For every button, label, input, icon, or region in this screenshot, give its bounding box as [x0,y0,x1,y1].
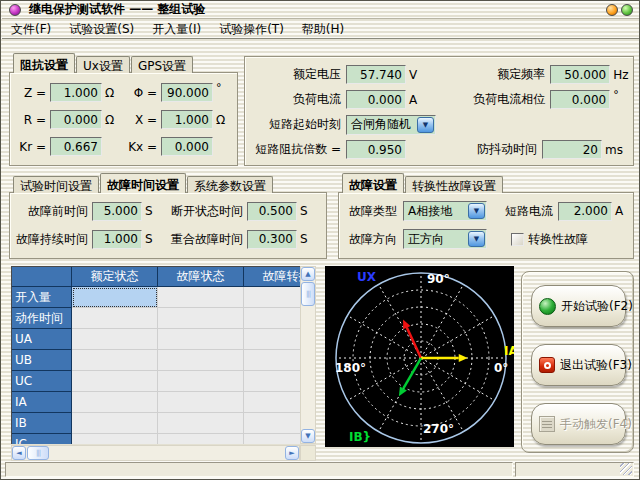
open-state-input[interactable] [247,202,297,221]
table-cell[interactable] [158,308,244,329]
convert-fault-checkbox[interactable] [511,233,524,246]
scroll-left-icon[interactable]: ◄ [12,446,26,460]
column-header-fault[interactable]: 故障状态 [158,267,244,287]
table-cell[interactable] [244,371,300,392]
resize-grip-icon[interactable] [620,463,632,475]
x-label: X = [125,113,157,127]
menu-test-settings[interactable]: 试验设置(S) [60,20,143,38]
menu-binary-input[interactable]: 开入量(I) [143,20,210,38]
load-current-input[interactable] [346,90,406,109]
tab-fault-settings[interactable]: 故障设置 [342,173,404,193]
vector-label-ib: IB} [349,430,371,444]
column-header-rated[interactable]: 额定状态 [72,267,158,287]
table-cell[interactable] [244,434,300,444]
title-bar[interactable]: 继电保护测试软件 —— 整组试验 [2,1,639,19]
exit-test-button[interactable]: 退出试验(F3) [531,344,626,386]
table-cell[interactable] [244,392,300,413]
tab-fault-time-settings[interactable]: 故障时间设置 [100,173,186,193]
tab-ux-settings[interactable]: Ux设置 [76,56,130,73]
z-input[interactable] [50,83,102,102]
rated-freq-unit: Hz [613,68,628,82]
start-icon [539,298,556,315]
row-header[interactable]: UB [12,350,72,371]
table-cell[interactable] [158,329,244,350]
table-cell[interactable] [72,371,158,392]
table-cell[interactable] [158,413,244,434]
r-unit: Ω [105,113,119,127]
scroll-right-icon[interactable]: ► [285,446,299,460]
scroll-down-icon[interactable]: ▼ [301,429,315,443]
load-phase-input[interactable] [550,90,610,109]
menu-help[interactable]: 帮助(H) [293,20,353,38]
scroll-up-icon[interactable]: ▲ [301,267,315,281]
prefault-unit: S [145,204,157,218]
phasor-svg [325,266,514,447]
table-cell[interactable] [72,434,158,444]
tab-impedance-settings[interactable]: 阻抗设置 [13,53,75,73]
fault-direction-select[interactable]: 正方向 ▼ [403,229,487,249]
table-cell[interactable] [72,413,158,434]
tab-convert-fault-settings[interactable]: 转换性故障设置 [405,176,503,193]
table-cell[interactable] [244,308,300,329]
short-current-input[interactable] [558,202,612,221]
table-cell[interactable] [244,287,300,308]
phi-input[interactable] [161,83,213,102]
statusbar-right [515,462,634,477]
prefault-input[interactable] [92,202,142,221]
impedance-mult-input[interactable] [346,140,406,159]
table-cell[interactable] [158,350,244,371]
table-cell[interactable] [72,350,158,371]
row-header[interactable]: UA [12,329,72,350]
rated-freq-input[interactable] [550,65,610,84]
timing-panel: 故障前时间 S 断开状态时间 S 故障持续时间 S 重合故障时间 S [9,192,327,259]
row-header[interactable]: UC [12,371,72,392]
table-horizontal-scrollbar[interactable]: ◄ ||| ► [11,445,300,461]
row-header[interactable]: 开入量 [12,287,72,308]
table-cell[interactable] [244,413,300,434]
start-test-label: 开始试验(F2) [561,298,633,315]
chevron-down-icon[interactable]: ▼ [468,203,485,219]
short-start-select[interactable]: 合闸角随机 ▼ [346,115,436,135]
chevron-down-icon[interactable]: ▼ [417,117,434,133]
minimize-icon[interactable] [606,4,618,16]
table-cell[interactable] [244,329,300,350]
x-input[interactable] [161,110,213,129]
start-test-button[interactable]: 开始试验(F2) [531,285,626,327]
row-header[interactable]: IC [12,434,72,444]
short-current-unit: A [615,204,623,218]
table-cell-selected[interactable] [72,287,158,308]
app-icon [9,4,21,16]
vertical-scroll-thumb[interactable]: ||| [301,282,315,306]
table-cell[interactable] [158,392,244,413]
fault-duration-input[interactable] [92,230,142,249]
reclose-fault-input[interactable] [247,230,297,249]
table-cell[interactable] [244,350,300,371]
debounce-input[interactable] [542,140,602,159]
column-header-convert[interactable]: 故障转换 [244,267,300,287]
table-cell[interactable] [158,371,244,392]
kr-input[interactable] [50,137,102,156]
close-icon[interactable] [621,4,633,16]
table-cell[interactable] [72,392,158,413]
fault-duration-label: 故障持续时间 [10,231,88,248]
row-header[interactable]: 动作时间 [12,308,72,329]
table-cell[interactable] [72,329,158,350]
row-header[interactable]: IB [12,413,72,434]
table-vertical-scrollbar[interactable]: ▲ ||| ▼ [300,266,316,444]
menu-test-operation[interactable]: 试验操作(T) [210,20,293,38]
table-cell[interactable] [158,287,244,308]
tab-system-param-settings[interactable]: 系统参数设置 [187,176,273,193]
chevron-down-icon[interactable]: ▼ [468,231,485,247]
horizontal-scroll-thumb[interactable]: ||| [27,446,49,460]
rated-voltage-input[interactable] [346,65,406,84]
r-input[interactable] [50,110,102,129]
fault-type-select[interactable]: A相接地 ▼ [403,201,487,221]
tab-gps-settings[interactable]: GPS设置 [131,56,193,73]
tab-test-time-settings[interactable]: 试验时间设置 [13,176,99,193]
table-cell[interactable] [72,308,158,329]
status-table: 额定状态 故障状态 故障转换 开入量 动作时间 UA UB UC IA [11,266,300,444]
row-header[interactable]: IA [12,392,72,413]
menu-file[interactable]: 文件(F) [2,20,60,38]
table-cell[interactable] [158,434,244,444]
kx-input[interactable] [161,137,213,156]
